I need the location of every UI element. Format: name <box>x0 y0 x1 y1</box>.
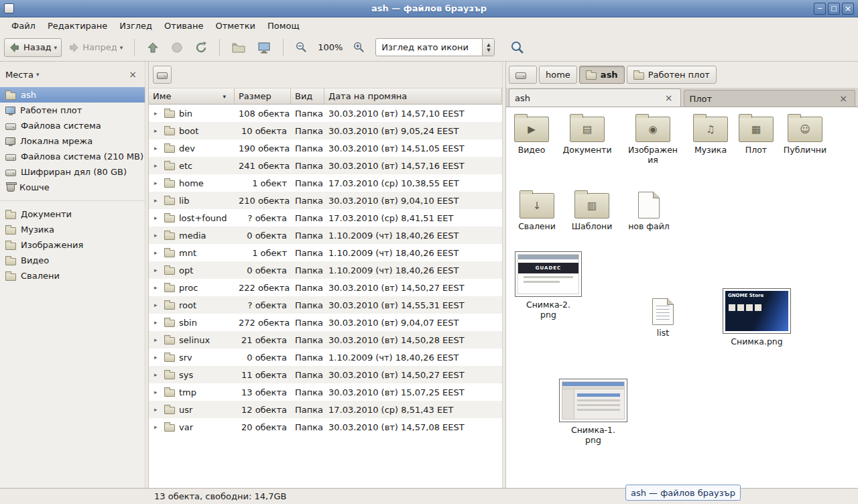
table-row[interactable]: ▸ sys 11 обекта Папка 30.03.2010 (вт) 14… <box>149 366 502 383</box>
file-icon-item[interactable]: Шаблони <box>565 193 619 231</box>
expander-icon[interactable]: ▸ <box>154 127 160 134</box>
menu-item[interactable]: Отметки <box>209 19 261 33</box>
menu-item[interactable]: Помощ <box>261 19 306 33</box>
tab[interactable]: ash × <box>509 88 681 107</box>
expander-icon[interactable]: ▸ <box>154 180 160 186</box>
sidebar-item[interactable]: Файлова система <box>0 118 145 133</box>
table-row[interactable]: ▸ proc 222 обекта Папка 30.03.2010 (вт) … <box>149 279 502 296</box>
file-icon-item[interactable]: Плот <box>731 117 782 155</box>
expander-icon[interactable]: ▸ <box>154 336 160 343</box>
zoom-in-button[interactable] <box>348 38 370 57</box>
table-row[interactable]: ▸ bin 108 обекта Папка 30.03.2010 (вт) 1… <box>149 105 502 122</box>
up-button[interactable] <box>141 38 164 58</box>
file-icon-item[interactable]: Музика <box>685 117 736 155</box>
tab-close-icon[interactable]: × <box>663 92 675 103</box>
file-icon-item[interactable]: Видео <box>506 117 557 155</box>
expander-icon[interactable]: ▸ <box>154 267 160 273</box>
menu-item[interactable]: Редактиране <box>42 19 113 33</box>
table-row[interactable]: ▸ etc 241 обекта Папка 30.03.2010 (вт) 1… <box>149 157 502 174</box>
table-row[interactable]: ▸ sbin 272 обекта Папка 30.03.2010 (вт) … <box>149 314 502 331</box>
tab[interactable]: Плот × <box>684 90 856 107</box>
sidebar-item[interactable]: Свалени <box>0 268 145 284</box>
sidebar-item[interactable]: Музика <box>0 222 145 237</box>
expander-icon[interactable]: ▸ <box>154 354 160 361</box>
expander-icon[interactable]: ▸ <box>154 110 160 117</box>
table-row[interactable]: ▸ mnt 1 обект Папка 1.10.2009 (чт) 18,40… <box>149 244 502 261</box>
chevron-down-icon[interactable]: ▾ <box>36 71 40 78</box>
column-header-size[interactable]: Размер <box>235 88 291 105</box>
menu-item[interactable]: Изглед <box>113 19 158 33</box>
expander-icon[interactable]: ▸ <box>154 197 160 204</box>
table-row[interactable]: ▸ media 0 обекта Папка 1.10.2009 (чт) 18… <box>149 227 502 244</box>
expander-icon[interactable]: ▸ <box>154 284 160 291</box>
sidebar-item[interactable]: Локална мрежа <box>0 133 145 149</box>
expander-icon[interactable]: ▸ <box>154 214 160 221</box>
file-icon-item[interactable]: Свалени <box>510 193 564 231</box>
sidebar-item[interactable]: ash <box>0 87 145 103</box>
menu-item[interactable]: Файл <box>5 19 42 33</box>
root-crumb-button[interactable] <box>153 66 172 84</box>
expander-icon[interactable]: ▸ <box>154 249 160 256</box>
table-row[interactable]: ▸ boot 10 обекта Папка 30.03.2010 (вт) 9… <box>149 122 502 139</box>
close-button[interactable] <box>842 3 854 15</box>
expander-icon[interactable]: ▸ <box>154 145 160 151</box>
menu-item[interactable]: Отиване <box>158 19 209 33</box>
table-row[interactable]: ▸ selinux 21 обекта Папка 30.03.2010 (вт… <box>149 331 502 349</box>
table-row[interactable]: ▸ lost+found ? обекта Папка 17.03.2010 (… <box>149 209 502 227</box>
file-icon-item[interactable]: Публични <box>780 117 831 155</box>
home-button[interactable] <box>227 38 251 58</box>
forward-button[interactable]: Напред ▾ <box>63 38 127 57</box>
expander-icon[interactable]: ▸ <box>154 319 160 326</box>
pathbar-button[interactable]: home <box>539 66 577 84</box>
file-icon-item[interactable]: list <box>637 298 688 338</box>
table-row[interactable]: ▸ opt 0 обекта Папка 1.10.2009 (чт) 18,4… <box>149 261 502 279</box>
back-button[interactable]: Назад ▾ <box>4 38 62 57</box>
tab-close-icon[interactable]: × <box>837 93 849 104</box>
table-row[interactable]: ▸ var 20 обекта Папка 30.03.2010 (вт) 14… <box>149 418 502 436</box>
sidebar-item[interactable]: Шифриран дял (80 GB) <box>0 164 145 180</box>
sidebar-item[interactable]: Изображения <box>0 237 145 253</box>
search-button[interactable] <box>505 37 530 58</box>
sidebar-item[interactable]: Документи <box>0 206 145 222</box>
expander-icon[interactable]: ▸ <box>154 406 160 413</box>
spinner-arrows-icon[interactable]: ▲▼ <box>482 39 494 56</box>
sidebar-item[interactable]: Работен плот <box>0 103 145 118</box>
file-icon-item[interactable]: Изображения <box>627 117 678 165</box>
sidebar-item[interactable]: Кошче <box>0 180 145 195</box>
table-row[interactable]: ▸ lib 210 обекта Папка 30.03.2010 (вт) 9… <box>149 192 502 209</box>
minimize-button[interactable] <box>814 3 826 15</box>
expander-icon[interactable]: ▸ <box>154 389 160 395</box>
computer-button[interactable] <box>252 38 276 58</box>
column-header-date[interactable]: Дата на промяна <box>324 88 502 105</box>
maximize-button[interactable] <box>828 3 840 15</box>
expander-icon[interactable]: ▸ <box>154 302 160 308</box>
sidebar-item[interactable]: Видео <box>0 253 145 268</box>
table-row[interactable]: ▸ srv 0 обекта Папка 1.10.2009 (чт) 18,4… <box>149 349 502 366</box>
table-row[interactable]: ▸ tmp 13 обекта Папка 30.03.2010 (вт) 15… <box>149 383 502 401</box>
table-row[interactable]: ▸ home 1 обект Папка 17.03.2010 (ср) 10,… <box>149 174 502 192</box>
column-header-name[interactable]: Име ▾ <box>149 88 235 105</box>
expander-icon[interactable]: ▸ <box>154 232 160 239</box>
column-header-type[interactable]: Вид <box>291 88 324 105</box>
file-icon-item[interactable]: GUADEC Снимка-2.png <box>511 251 585 320</box>
zoom-out-button[interactable] <box>290 38 312 57</box>
expander-icon[interactable]: ▸ <box>154 371 160 378</box>
file-icon-item[interactable]: Документи <box>562 117 613 155</box>
table-row[interactable]: ▸ dev 190 обекта Папка 30.03.2010 (вт) 1… <box>149 139 502 157</box>
table-row[interactable]: ▸ usr 12 обекта Папка 17.03.2010 (ср) 8,… <box>149 401 502 418</box>
expander-icon[interactable]: ▸ <box>154 162 160 169</box>
file-icon-item[interactable]: Снимка-1.png <box>556 379 630 445</box>
close-sidebar-icon[interactable]: × <box>126 69 139 80</box>
titlebar[interactable]: ash — файлов браузър <box>0 0 858 17</box>
sidebar-item[interactable]: Файлова система (210 MB) <box>0 149 145 164</box>
table-row[interactable]: ▸ root ? обекта Папка 30.03.2010 (вт) 14… <box>149 296 502 314</box>
pathbar-button[interactable] <box>509 66 537 84</box>
pathbar-button[interactable]: Работен плот <box>627 66 717 84</box>
expander-icon[interactable]: ▸ <box>154 424 160 430</box>
pathbar-button[interactable]: ash <box>579 66 625 84</box>
file-icon-item[interactable]: GNOME Store Снимка.png <box>720 288 794 346</box>
stop-button[interactable] <box>166 38 188 58</box>
reload-button[interactable] <box>190 38 212 58</box>
file-icon-item[interactable]: нов файл <box>622 192 676 231</box>
view-mode-select[interactable]: Изглед като икони ▲▼ <box>375 38 495 56</box>
